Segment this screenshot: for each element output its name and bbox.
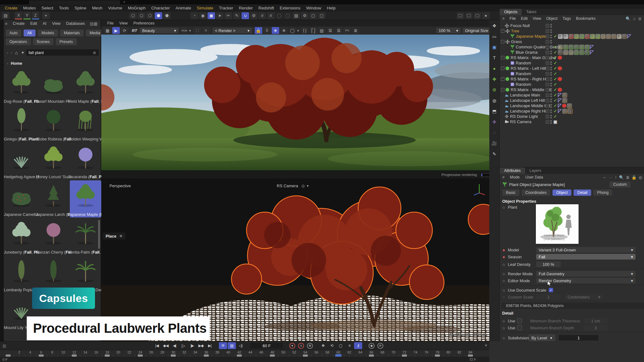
layout-quad-icon[interactable]: 🖵 [474,12,481,19]
visibility-dots[interactable] [550,45,552,49]
camera-tool-icon[interactable]: 🎥 [491,140,498,147]
plant-thumbnail[interactable]: Japanese Maple (Acer palmatum) [536,204,579,244]
render-menu-file[interactable]: File [104,21,116,25]
plant-item-dwarf[interactable]: Dwarf Mountain Pine (... [38,67,69,104]
autokey-button[interactable]: A [297,342,305,349]
object-row-rs-matrix-middle-hill[interactable]: −RS Matrix - Middle Hill✓ [500,87,644,92]
keyframe-marker[interactable] [270,354,275,357]
object-row-rs-dome-light[interactable]: RS Dome Light✓ [500,114,644,119]
om-menu-edit[interactable]: Edit [518,16,530,21]
object-row-random[interactable]: Random✓ [500,71,644,76]
extrude-icon[interactable]: ⬒ [491,107,498,115]
layer-chip[interactable] [546,99,549,102]
plant-item-ginkgo[interactable]: Ginkgo (Fall, Plant) [6,105,37,142]
cloner-icon[interactable]: ✤ [491,75,498,83]
attr-menu-user-data[interactable]: User Data [523,175,546,179]
layer-chip[interactable] [546,104,549,108]
object-row-rs-matrix-right-hill[interactable]: −RS Matrix - Right Hill✓ [500,76,644,82]
material-swatch[interactable] [601,34,606,39]
focus-icon[interactable]: ⌈⌋ [301,27,308,34]
material-swatch[interactable] [569,34,574,39]
display-tag-icon[interactable] [558,98,562,102]
expand-icon[interactable]: − [501,77,504,81]
material-swatch[interactable] [595,34,600,39]
render-view-icon[interactable]: ◔ [191,12,198,19]
visibility-dots[interactable] [550,29,552,33]
pv-icon[interactable]: PV [343,27,351,34]
tab-takes[interactable]: Takes [522,9,541,15]
text-tool-icon[interactable]: T [491,54,498,62]
channel-dropdown-icon[interactable]: ▾ [189,28,191,33]
field-icon[interactable]: ⚙ [491,86,498,94]
image-icon[interactable]: 🖻 [326,27,334,34]
collapse-icon[interactable]: ‹ [7,61,8,66]
visibility-dots[interactable] [550,66,552,71]
expand-icon[interactable]: − [501,88,504,91]
material-swatch[interactable] [558,45,563,50]
asset-menu-icon[interactable]: ≡ [5,21,8,26]
tab-layers[interactable]: Layers [525,167,546,174]
material-swatch[interactable] [563,34,568,39]
asset-tab-scenes[interactable]: Scenes [33,38,54,45]
object-row-rs-matrix-left-hill[interactable]: −RS Matrix - Left Hill✓ [500,66,644,71]
render-settings-icon[interactable]: ◉ [199,12,207,19]
view-options-icon[interactable]: ▤▦ [90,21,97,26]
object-row-tree[interactable]: −Tree [500,28,644,34]
visibility-dots[interactable] [550,24,552,28]
timeline-collapse-icon[interactable]: ˅ [482,342,490,349]
asset-tab-presets[interactable]: Presets [56,38,76,45]
select-tool-icon[interactable]: ➤ [216,12,224,19]
document-tab[interactable] [29,0,120,4]
asset-menu-ai[interactable]: AI [40,21,49,26]
om-menu-view[interactable]: View [530,16,544,21]
ab-compare-icon[interactable]: ⎡⎦ [309,27,317,34]
material-swatch[interactable] [562,93,567,98]
attr-forward-icon[interactable]: → [609,175,613,179]
layer-chip[interactable] [546,40,549,44]
layer-chip[interactable] [546,61,549,65]
rt-button[interactable]: RT [132,28,137,33]
menu-spline[interactable]: Spline [72,6,89,10]
model-dropdown[interactable]: Variant 3 Full-Grown▾ [536,247,636,253]
object-row-random[interactable]: Random✓ [500,60,644,66]
visibility-dots[interactable] [550,104,552,108]
region-circle-icon[interactable]: ◯ [289,27,296,34]
axis-lock-y-button[interactable]: Y [23,12,31,19]
expand-icon[interactable]: − [501,40,504,43]
visibility-dots[interactable] [550,40,552,44]
visibility-dots[interactable] [550,50,552,55]
nav-back-icon[interactable]: ‹ [7,50,8,55]
workplane-icon[interactable]: ◯ [284,12,291,19]
prev-frame-button[interactable]: ◀| [170,342,179,349]
axis-lock-z-button[interactable]: Z [32,12,39,19]
menu-tracker[interactable]: Tracker [216,6,236,10]
object-row-common-quaking-grass[interactable]: Common Quaking Grass✓ [500,44,644,50]
asset-tab-operators[interactable]: Operators [6,38,31,45]
material-swatch[interactable] [563,50,568,55]
object-row-random[interactable]: Random✓ [500,82,644,87]
material-swatch[interactable] [558,50,563,55]
clipboard-button[interactable]: ▤ [228,342,236,349]
visibility-dots[interactable] [550,114,552,119]
subdivision-mode-dropdown[interactable]: By Level▾ [529,335,555,341]
render-mode-dropdown[interactable]: Full Geometry▾ [536,271,636,277]
menu-select[interactable]: Select [39,6,56,10]
keyframe-settings-button[interactable]: ⚙ [306,342,314,349]
move-tool-icon[interactable]: ✥ [491,22,498,30]
timeline-ruler[interactable]: 2468101214161820222426283032343638404244… [0,350,489,357]
plant-item-field[interactable]: Field Maple (Fall, Plant) [70,67,101,104]
menu-help[interactable]: Help [324,6,338,10]
expand-icon[interactable]: − [501,29,504,33]
image-add-icon[interactable]: 🖻 [335,27,342,34]
new-tab-button[interactable]: + [123,0,125,4]
pla-button[interactable]: ◉ [367,342,375,349]
plant-item-honey[interactable]: Honey Locust 'Sunbur... [38,143,69,180]
enabled-check-icon[interactable]: ✓ [553,109,558,113]
layer-chip[interactable] [546,35,549,38]
grid-icon[interactable]: ⠿ [263,27,271,34]
plant-item-kanzan[interactable]: Kanzan Cherry (Fall, Pl... [38,218,69,255]
grid-snap-icon[interactable]: # [258,12,266,19]
layer-chip[interactable] [546,77,549,81]
dither-icon[interactable]: ⸬ [194,27,201,34]
range-start-field[interactable]: 0 F [3,358,8,361]
